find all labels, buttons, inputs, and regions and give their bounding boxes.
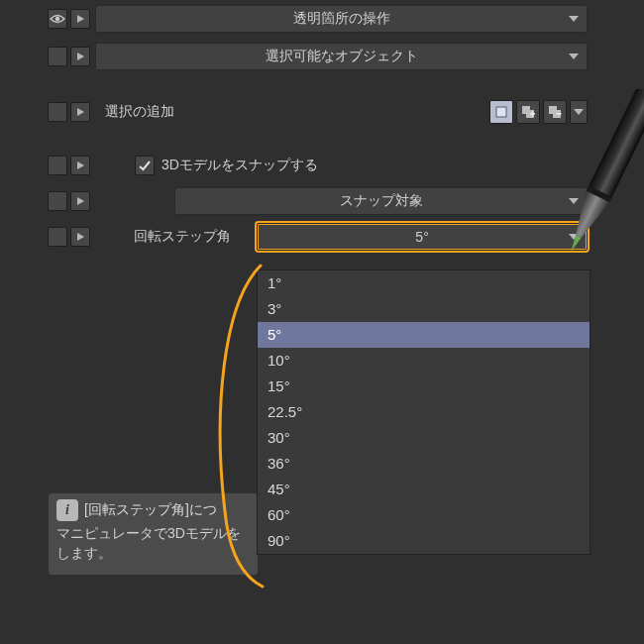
chevron-down-icon [568,49,580,64]
more-selection-modes[interactable] [570,100,588,124]
svg-point-0 [55,17,60,22]
selectable-objects-dropdown[interactable]: 選択可能なオブジェクト [95,43,588,70]
svg-rect-21 [587,185,612,202]
snap-3d-label: 3Dモデルをスナップする [161,157,318,174]
rotation-step-option[interactable]: 60° [258,502,590,528]
selectable-objects-label: 選択可能なオブジェクト [266,48,418,65]
svg-marker-4 [569,54,579,59]
new-selection-icon[interactable] [489,100,513,124]
rotation-step-option[interactable]: 90° [258,528,590,554]
visibility-toggle[interactable] [48,227,67,247]
svg-rect-13 [557,113,562,115]
svg-marker-14 [574,109,584,115]
rotation-step-option[interactable]: 45° [258,477,590,502]
svg-marker-2 [569,16,579,22]
rotation-step-option[interactable]: 1° [258,270,590,296]
rotation-step-label: 回転ステップ角 [134,228,257,246]
row-selectable-objects: 選択可能なオブジェクト [48,42,588,71]
rotation-step-value: 5° [415,229,428,245]
info-title: [回転ステップ角]につ [84,500,217,520]
rotation-step-options-list[interactable]: 1°3°5°10°15°22.5°30°36°45°60°90° [257,269,590,555]
rotation-step-option[interactable]: 3° [258,296,590,322]
rotation-step-option[interactable]: 10° [258,348,590,374]
visibility-toggle[interactable] [48,9,67,29]
info-body: マニピュレータで3Dモデルをします。 [56,524,250,563]
chevron-down-icon [568,193,580,209]
rotation-step-option[interactable]: 5° [258,322,590,348]
svg-marker-15 [77,161,84,169]
expand-toggle[interactable] [70,47,90,66]
transparent-ops-label: 透明箇所の操作 [293,10,390,28]
add-selection-icon[interactable] [516,100,540,124]
snap-target-label: スナップ対象 [340,192,423,210]
visibility-toggle[interactable] [48,156,67,175]
svg-rect-6 [496,107,506,117]
svg-marker-16 [77,197,84,205]
row-snap-target: スナップ対象 [48,186,588,216]
rotation-step-option[interactable]: 15° [258,374,590,399]
rotation-step-dropdown[interactable]: 5° [257,223,588,251]
svg-marker-1 [77,15,84,23]
snap-3d-checkbox[interactable] [135,156,155,175]
snap-target-dropdown[interactable]: スナップ対象 [174,187,588,215]
svg-marker-5 [77,108,84,116]
chevron-down-icon [568,11,580,27]
visibility-toggle[interactable] [48,47,67,66]
subtract-selection-icon[interactable] [543,100,567,124]
rotation-step-option[interactable]: 36° [258,451,590,477]
visibility-toggle[interactable] [48,191,67,211]
info-tooltip: i [回転ステップ角]につ マニピュレータで3Dモデルをします。 [48,492,259,576]
rotation-step-option[interactable]: 30° [258,425,590,451]
svg-rect-20 [587,89,644,202]
eye-icon [50,13,65,25]
rotation-step-option[interactable]: 22.5° [258,399,590,425]
svg-marker-18 [77,233,84,241]
transparent-ops-dropdown[interactable]: 透明箇所の操作 [95,5,588,33]
expand-toggle[interactable] [70,191,90,211]
expand-toggle[interactable] [70,156,90,175]
expand-toggle[interactable] [70,227,90,247]
add-selection-label: 選択の追加 [95,103,486,121]
row-add-selection: 選択の追加 [48,97,588,127]
row-rotation-step: 回転ステップ角 5° [48,222,588,252]
svg-marker-19 [569,234,579,240]
row-transparent-ops: 透明箇所の操作 [48,4,588,34]
svg-rect-10 [532,111,534,116]
svg-marker-3 [77,53,84,60]
expand-toggle[interactable] [70,9,90,29]
visibility-toggle[interactable] [48,102,67,122]
info-icon: i [56,499,78,521]
svg-marker-17 [569,198,579,204]
row-snap-3d-model: 3Dモデルをスナップする [48,151,588,180]
chevron-down-icon [568,229,580,245]
tool-property-panel: 透明箇所の操作 選択可能なオブジェクト 選択の追加 [48,0,588,252]
expand-toggle[interactable] [70,102,90,122]
